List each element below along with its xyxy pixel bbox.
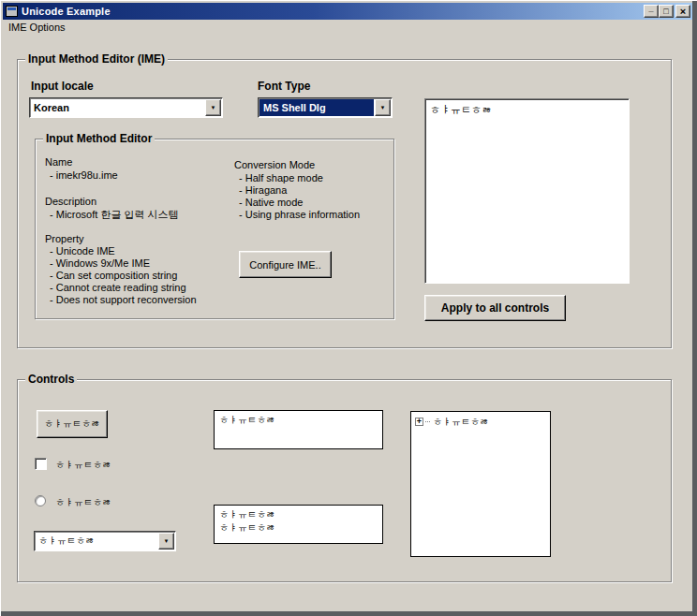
sample-edit-single[interactable]: ㅎㅑㅠㅌㅎㅀ	[214, 410, 383, 449]
close-button[interactable]: ×	[675, 5, 690, 18]
maximize-button[interactable]: □	[659, 5, 674, 18]
description-label: Description	[45, 196, 96, 207]
font-type-dropdown-button[interactable]: ▼	[375, 99, 391, 116]
close-icon: ×	[680, 7, 686, 16]
property-item: - Windows 9x/Me IME	[50, 257, 197, 270]
sample-combobox-dropdown-button[interactable]: ▼	[158, 533, 174, 550]
sample-combobox-value: ㅎㅑㅠㅌㅎㅀ	[35, 532, 157, 550]
titlebar[interactable]: Unicode Example _ □ ×	[3, 3, 692, 20]
ime-preview-textbox[interactable]: ㅎㅑㅠㅌㅎㅀ	[424, 98, 630, 284]
conversion-mode-list: - Half shape mode - Hiragana - Native mo…	[239, 172, 360, 221]
sample-edit-multiline[interactable]: ㅎㅑㅠㅌㅎㅀ ㅎㅑㅠㅌㅎㅀ	[214, 505, 383, 544]
chevron-down-icon: ▼	[211, 105, 216, 110]
sample-radio-label[interactable]: ㅎㅑㅠㅌㅎㅀ	[55, 496, 111, 509]
minimize-icon: _	[648, 4, 653, 13]
ime-preview-text: ㅎㅑㅠㅌㅎㅀ	[430, 104, 492, 115]
conversion-mode-item: - Hiragana	[239, 184, 360, 197]
tree-item[interactable]: + ㅎㅑㅠㅌㅎㅀ	[414, 416, 547, 429]
ime-groupbox-title: Input Method Editor (IME)	[25, 52, 168, 66]
font-type-combobox[interactable]: MS Shell Dlg ▼	[258, 97, 393, 118]
maximize-icon: □	[663, 7, 668, 16]
chevron-down-icon: ▼	[164, 538, 170, 544]
configure-ime-button[interactable]: Configure IME..	[239, 251, 332, 278]
font-type-label: Font Type	[258, 80, 310, 93]
property-item: - Does not support reconversion	[50, 294, 197, 306]
sample-radio-button[interactable]	[35, 495, 46, 506]
application-icon[interactable]	[6, 6, 18, 17]
font-type-value: MS Shell Dlg	[260, 99, 374, 116]
tree-expand-icon[interactable]: +	[415, 418, 423, 426]
input-locale-combobox[interactable]: Korean ▼	[29, 97, 223, 118]
window-title: Unicode Example	[22, 6, 644, 17]
name-label: Name	[45, 156, 72, 168]
property-label: Property	[45, 233, 84, 244]
sample-checkbox[interactable]	[35, 458, 47, 470]
property-item: - Unicode IME	[50, 245, 197, 257]
minimize-button[interactable]: _	[644, 5, 659, 18]
sample-push-button[interactable]: ㅎㅑㅠㅌㅎㅀ	[37, 410, 108, 438]
sample-combobox[interactable]: ㅎㅑㅠㅌㅎㅀ ▼	[34, 531, 176, 551]
input-locale-label: Input locale	[31, 80, 94, 93]
property-item: - Cannot create reading string	[50, 282, 197, 294]
input-locale-dropdown-button[interactable]: ▼	[205, 99, 221, 116]
sample-edit-multiline-line: ㅎㅑㅠㅌㅎㅀ	[219, 508, 378, 521]
name-value: - imekr98u.ime	[50, 169, 118, 181]
tree-item-label: ㅎㅑㅠㅌㅎㅀ	[430, 416, 489, 429]
apply-to-all-controls-button[interactable]: Apply to all controls	[424, 295, 566, 321]
conversion-mode-label: Conversion Mode	[234, 159, 315, 170]
dialog-window: Unicode Example _ □ × IME Options Input …	[0, 0, 697, 616]
sample-edit-multiline-line: ㅎㅑㅠㅌㅎㅀ	[219, 521, 378, 535]
controls-groupbox-title: Controls	[25, 373, 77, 386]
property-item: - Can set composition string	[50, 270, 197, 282]
conversion-mode-item: - Native mode	[239, 197, 360, 209]
conversion-mode-item: - Using phrase information	[239, 209, 360, 221]
sample-checkbox-label[interactable]: ㅎㅑㅠㅌㅎㅀ	[55, 459, 111, 472]
conversion-mode-item: - Half shape mode	[239, 172, 360, 184]
menu-item-ime-options[interactable]: IME Options	[3, 21, 71, 34]
chevron-down-icon: ▼	[380, 105, 386, 110]
sample-edit-single-text: ㅎㅑㅠㅌㅎㅀ	[219, 415, 275, 425]
description-value: - Microsoft 한글 입력 시스템	[50, 208, 179, 222]
sample-treeview[interactable]: + ㅎㅑㅠㅌㅎㅀ	[410, 411, 551, 557]
menubar: IME Options	[3, 20, 692, 35]
input-locale-value: Korean	[30, 98, 204, 117]
property-list: - Unicode IME - Windows 9x/Me IME - Can …	[50, 245, 197, 306]
editor-info-groupbox-title: Input Method Editor	[43, 132, 155, 145]
